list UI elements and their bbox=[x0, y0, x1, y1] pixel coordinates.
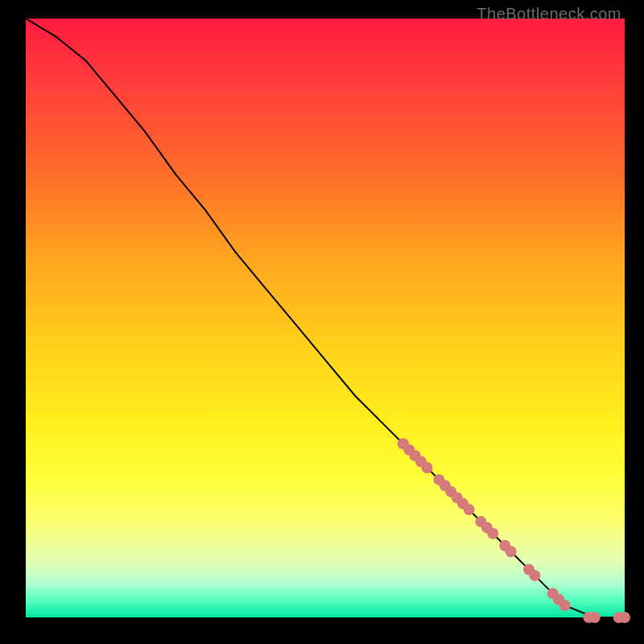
data-point bbox=[506, 546, 517, 557]
line-series bbox=[26, 19, 625, 617]
chart-frame: TheBottleneck.com bbox=[0, 0, 644, 644]
data-point bbox=[589, 612, 601, 623]
data-point bbox=[487, 528, 498, 539]
data-point bbox=[619, 612, 630, 623]
data-markers bbox=[398, 438, 630, 623]
data-point bbox=[464, 504, 475, 515]
data-point bbox=[422, 462, 433, 473]
data-point bbox=[529, 570, 540, 581]
curve-line bbox=[26, 19, 625, 617]
chart-svg bbox=[26, 19, 625, 617]
data-point bbox=[559, 600, 571, 611]
watermark-text: TheBottleneck.com bbox=[477, 5, 621, 23]
plot-area bbox=[26, 19, 625, 617]
